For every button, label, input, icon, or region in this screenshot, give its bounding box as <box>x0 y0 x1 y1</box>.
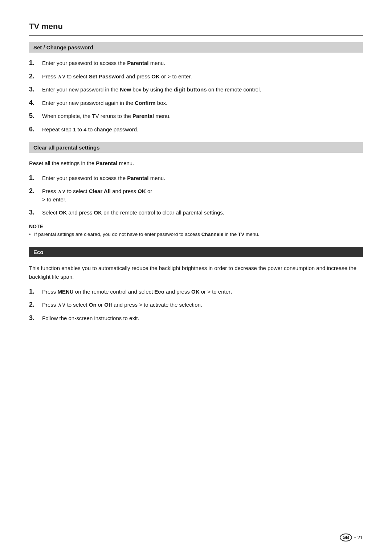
eco-step-2: 2. Press ∧∨ to select On or Off and pres… <box>29 301 363 309</box>
page-number: - 21 <box>354 535 363 540</box>
eco-step-3-num: 3. <box>29 314 42 322</box>
step-6: 6. Repeat step 1 to 4 to change password… <box>29 126 363 134</box>
clear-step-2-num: 2. <box>29 187 42 195</box>
eco-step-2-num: 2. <box>29 301 42 308</box>
eco-step-3-content: Follow the on-screen instructions to exi… <box>42 314 363 323</box>
step-4: 4. Enter your new password again in the … <box>29 99 363 107</box>
clear-step-2-content: Press ∧∨ to select Clear All and press O… <box>42 187 363 204</box>
top-divider <box>29 35 363 36</box>
step-4-num: 4. <box>29 99 42 107</box>
clear-parental-steps: 1. Enter your password to access the Par… <box>29 174 363 217</box>
step-3-num: 3. <box>29 86 42 93</box>
step-1: 1. Enter your password to access the Par… <box>29 59 363 68</box>
eco-section: Eco This function enables you to automat… <box>29 247 363 323</box>
clear-parental-intro: Reset all the settings in the Parental m… <box>29 159 363 168</box>
eco-description: This function enables you to automatical… <box>29 264 363 281</box>
step-1-content: Enter your password to access the Parent… <box>42 59 363 68</box>
step-2-num: 2. <box>29 73 42 80</box>
eco-step-2-content: Press ∧∨ to select On or Off and press >… <box>42 301 363 309</box>
clear-parental-header: Clear all parental settings <box>29 142 363 153</box>
clear-step-1-num: 1. <box>29 174 42 182</box>
country-badge: GB <box>340 533 352 541</box>
footer: GB - 21 <box>340 533 363 541</box>
eco-header: Eco <box>29 247 363 257</box>
step-6-num: 6. <box>29 126 42 133</box>
clear-step-1: 1. Enter your password to access the Par… <box>29 174 363 183</box>
step-5-content: When complete, the TV reruns to the Pare… <box>42 112 363 120</box>
clear-step-3: 3. Select OK and press OK on the remote … <box>29 209 363 217</box>
step-3-content: Enter your new password in the New box b… <box>42 86 363 94</box>
eco-step-1-num: 1. <box>29 288 42 295</box>
note-text: If parental settings are cleared, you do… <box>29 231 363 238</box>
clear-step-3-num: 3. <box>29 209 42 216</box>
step-2: 2. Press ∧∨ to select Set Password and p… <box>29 73 363 81</box>
page-title: TV menu <box>29 22 363 31</box>
eco-step-1-content: Press MENU on the remote control and sel… <box>42 288 363 296</box>
set-change-password-header: Set / Change password <box>29 42 363 53</box>
eco-step-3: 3. Follow the on-screen instructions to … <box>29 314 363 323</box>
set-change-password-steps: 1. Enter your password to access the Par… <box>29 59 363 134</box>
step-3: 3. Enter your new password in the New bo… <box>29 86 363 94</box>
eco-steps: 1. Press MENU on the remote control and … <box>29 288 363 323</box>
step-4-content: Enter your new password again in the Con… <box>42 99 363 107</box>
note-title: NOTE <box>29 224 363 229</box>
eco-step-1: 1. Press MENU on the remote control and … <box>29 288 363 296</box>
clear-step-2: 2. Press ∧∨ to select Clear All and pres… <box>29 187 363 204</box>
clear-parental-section: Clear all parental settings Reset all th… <box>29 142 363 238</box>
note-section: NOTE If parental settings are cleared, y… <box>29 224 363 238</box>
step-2-content: Press ∧∨ to select Set Password and pres… <box>42 73 363 81</box>
clear-step-1-content: Enter your password to access the Parent… <box>42 174 363 183</box>
step-1-num: 1. <box>29 59 42 67</box>
step-5-num: 5. <box>29 112 42 120</box>
clear-step-3-content: Select OK and press OK on the remote con… <box>42 209 363 217</box>
step-5: 5. When complete, the TV reruns to the P… <box>29 112 363 120</box>
set-change-password-section: Set / Change password 1. Enter your pass… <box>29 42 363 134</box>
step-6-content: Repeat step 1 to 4 to change password. <box>42 126 363 134</box>
